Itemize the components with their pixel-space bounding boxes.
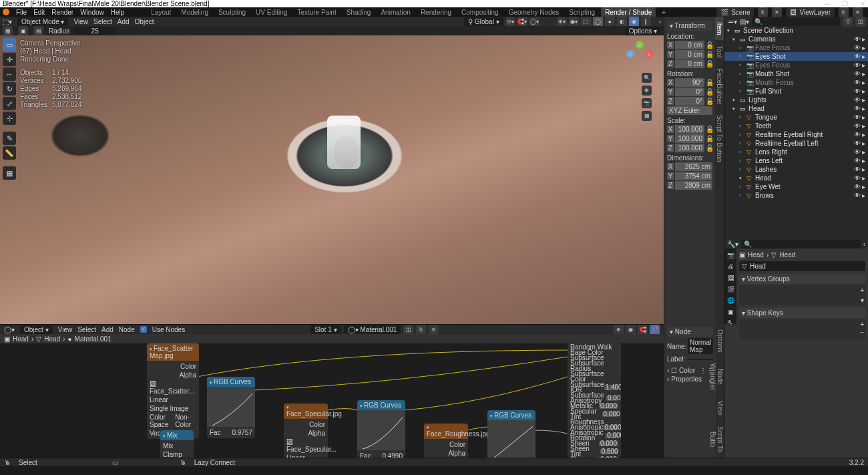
navigation-gizmo[interactable]: Z Y X xyxy=(626,41,653,67)
ntab-fb[interactable]: FaceBuilder xyxy=(715,63,724,110)
ne-node-header[interactable]: ▾ Node xyxy=(667,327,713,337)
tool-transform[interactable]: ⊹ xyxy=(3,112,16,125)
ptab-render[interactable]: 📷 xyxy=(725,250,736,261)
node-face-specular[interactable]: ▾ Face_Specular.jpg Color Alpha 🖼 Face_S… xyxy=(284,404,328,458)
gizmo-toggle-icon[interactable]: ⊕▾ xyxy=(557,17,567,27)
overlay-icon[interactable]: ◉▾ xyxy=(569,17,579,27)
add-icon[interactable]: + xyxy=(860,287,864,294)
ptab-scene[interactable]: 🎬 xyxy=(725,284,736,295)
rot-x[interactable]: 90° xyxy=(675,78,704,87)
editor-type-icon[interactable]: ⬚▾ xyxy=(3,18,12,25)
node-canvas[interactable]: ▾ Face_Scatter Map.jpg Color Alpha 🖼 Fac… xyxy=(0,343,664,458)
loc-y[interactable]: 0 cm xyxy=(675,50,704,59)
minimize-icon[interactable]: — xyxy=(823,0,830,7)
outliner-item-cameras[interactable]: ▾▭Cameras👁▸ xyxy=(724,35,868,43)
shading-solid-icon[interactable]: ● xyxy=(605,17,615,27)
outliner-item-eyes-shot[interactable]: ›📷Eyes Shot👁▸ xyxy=(724,52,868,61)
radius-value[interactable]: 25 xyxy=(75,27,115,35)
loc-z[interactable]: 0 cm xyxy=(675,59,704,68)
ne-pin-icon[interactable]: 📌 xyxy=(650,325,660,335)
xray-icon[interactable]: ⬚ xyxy=(581,17,591,27)
shading-matpreview-icon[interactable]: ◐ xyxy=(617,17,627,27)
props-search[interactable]: 🔍 xyxy=(741,240,861,249)
viewlayer-field[interactable]: 🖼 ViewLayer xyxy=(786,8,835,17)
new-viewlayer-icon[interactable]: ⎘ xyxy=(839,7,849,17)
panel-shape-keys[interactable]: ▾ Shape Keys xyxy=(739,308,865,318)
ntab-stb[interactable]: Script To Button xyxy=(715,110,724,167)
outliner-item-mouth-focus[interactable]: ›📷Mouth Focus👁▸ xyxy=(724,78,868,87)
vp-menu-select[interactable]: Select xyxy=(93,18,112,25)
node-face-scatter[interactable]: ▾ Face_Scatter Map.jpg Color Alpha 🖼 Fac… xyxy=(147,343,199,439)
tab-shading[interactable]: Shading xyxy=(343,7,375,17)
slot-select[interactable]: Slot 1 ▾ xyxy=(310,325,341,334)
orientation[interactable]: ⚲ Global ▾ xyxy=(464,17,503,26)
ne-object-mode[interactable]: Object ▾ xyxy=(20,325,53,334)
tab-scripting[interactable]: Scripting xyxy=(565,7,599,17)
outliner-item-lens-right[interactable]: ›▽Lens Right👁▸ xyxy=(724,148,868,156)
rotation-mode[interactable]: XYZ Euler xyxy=(667,106,712,115)
new-scene-icon[interactable]: ⎘ xyxy=(758,7,768,17)
shader-input-clearcoat[interactable]: Clearcoat0.000 xyxy=(569,457,620,458)
ptab-output[interactable]: 🖨 xyxy=(725,261,736,272)
prop-edit-icon[interactable]: ◯▾ xyxy=(529,17,539,27)
ne-add[interactable]: Add xyxy=(101,326,114,333)
tool-rotate[interactable]: ↻ xyxy=(3,82,16,96)
maximize-icon[interactable]: ❐ xyxy=(842,0,848,7)
camera-view-icon[interactable]: 📷 xyxy=(642,98,652,108)
tool-annotate[interactable]: ✎ xyxy=(3,132,16,145)
outliner-item-teeth[interactable]: ›▽Teeth👁▸ xyxy=(724,122,868,130)
dim-x[interactable]: 2625 cm xyxy=(675,162,712,171)
node-name-field[interactable]: Normal Map xyxy=(688,338,713,354)
node-face-roughness[interactable]: ▾ Face_Roughness.jpg Color Alpha 🖼 Face_… xyxy=(424,424,468,458)
outliner-item-mouth-shot[interactable]: ›📷Mouth Shot👁▸ xyxy=(724,69,868,78)
tab-compositing[interactable]: Compositing xyxy=(457,7,503,17)
dim-y[interactable]: 3754 cm xyxy=(675,172,712,180)
rot-y[interactable]: 0° xyxy=(675,88,704,96)
tab-layout[interactable]: Layout xyxy=(147,7,175,17)
filter-icon[interactable]: ▽ xyxy=(843,17,853,27)
sub-icon3[interactable]: ▤ xyxy=(33,26,43,36)
outliner-item-head[interactable]: ▾▽Head👁▸ xyxy=(724,174,868,182)
rot-z[interactable]: 0° xyxy=(675,97,704,106)
scene-field[interactable]: 🎬 Scene xyxy=(716,8,754,17)
snap-icon[interactable]: 🧲▾ xyxy=(517,17,527,27)
tool-measure[interactable]: 📏 xyxy=(3,146,16,160)
panel-vertex-groups[interactable]: ▾ Vertex Groups xyxy=(739,274,865,284)
vp-chevron-icon[interactable]: ‹ xyxy=(659,18,661,25)
outliner-item-brows[interactable]: ›▽Brows👁▸ xyxy=(724,191,868,200)
node-label-field[interactable] xyxy=(688,359,713,360)
outliner-item-lens-left[interactable]: ›▽Lens Left👁▸ xyxy=(724,156,868,165)
pivot-icon[interactable]: ⊙▾ xyxy=(505,17,515,27)
dim-z[interactable]: 2809 cm xyxy=(675,181,712,190)
sub-icon1[interactable]: ▦ xyxy=(3,26,13,36)
transform-header[interactable]: ▾ Transform xyxy=(667,21,712,31)
outliner-item-eye-wet[interactable]: ›▽Eye Wet👁▸ xyxy=(724,182,868,191)
outliner-item-face-focus[interactable]: ›📷Face Focus👁▸ xyxy=(724,43,868,52)
del-viewlayer-icon[interactable]: ✕ xyxy=(853,7,863,17)
tab-uv[interactable]: UV Editing xyxy=(252,7,291,17)
ptab-object[interactable]: ▣ xyxy=(725,307,736,317)
tab-modeling[interactable]: Modeling xyxy=(177,7,212,17)
mat-pin-icon[interactable]: ◫ xyxy=(403,325,413,335)
node-mix[interactable]: ▾ Mix Mix Clamp Fac0.300 xyxy=(160,430,194,458)
ne-snap-icon[interactable]: 🧲 xyxy=(638,325,648,335)
ne-overlay-icon[interactable]: ◉ xyxy=(626,325,636,335)
outliner-type-icon[interactable]: ≔▾ xyxy=(727,18,737,25)
zoom-icon[interactable]: 🔍 xyxy=(642,73,652,83)
ne-gizmo-icon[interactable]: ⊕ xyxy=(614,325,624,335)
del-scene-icon[interactable]: ✕ xyxy=(772,7,782,17)
mat-new-icon[interactable]: ⎘ xyxy=(416,325,426,335)
node-principled-shader[interactable]: Random WalkBase ColorSubsurfaceSubsurfac… xyxy=(568,343,621,458)
tool-scale[interactable]: ⤢ xyxy=(3,97,16,110)
menu-help[interactable]: Help xyxy=(111,9,125,16)
perspective-icon[interactable]: ▦ xyxy=(642,111,652,121)
tool-select[interactable]: ▭ xyxy=(3,38,16,51)
tool-move[interactable]: ↔ xyxy=(3,67,16,81)
ntab-item[interactable]: Item xyxy=(715,17,724,40)
scale-z[interactable]: 100.000 xyxy=(675,144,704,152)
options-dropdown[interactable]: Options ▾ xyxy=(625,27,661,35)
ne-select[interactable]: Select xyxy=(77,326,96,333)
ne-node[interactable]: Node xyxy=(119,326,135,333)
tool-add[interactable]: ▦ xyxy=(3,166,16,180)
add-workspace-icon[interactable]: + xyxy=(658,7,670,17)
